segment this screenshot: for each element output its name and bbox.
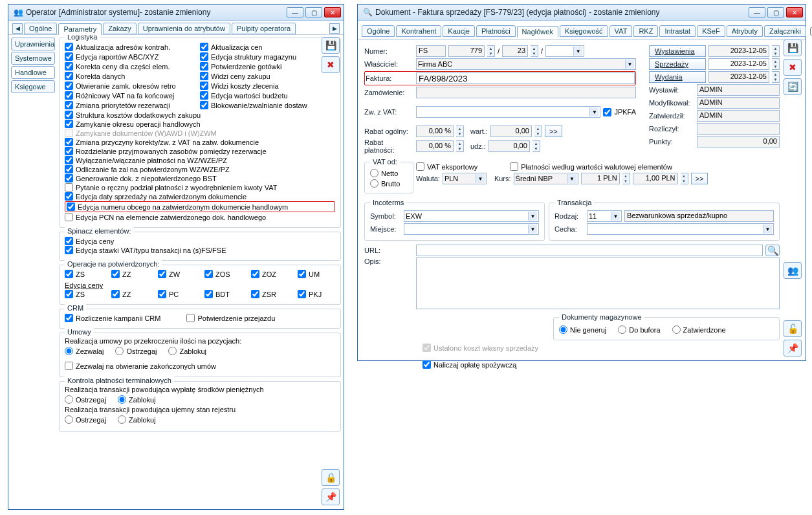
radio-netto[interactable]: Netto [370,169,398,177]
faktura-input[interactable] [416,72,635,84]
contacts-icon[interactable]: 👥 [784,262,802,279]
chk-ops1-zoz[interactable]: ZOZ [251,270,286,278]
chk-logf-10[interactable]: Edycja numeru obcego na zatwierdzonym do… [67,203,288,211]
tab-uprawnienia[interactable]: Uprawnienia do atrybutów [138,23,230,34]
chk-logl-1[interactable]: Edycja raportów ABC/XYZ [65,52,200,61]
chk-logr-6[interactable]: Blokowanie/zwalnianie dostaw [200,101,335,109]
close-button[interactable]: ✕ [324,7,341,17]
tab-parametry[interactable]: Parametry [58,23,102,35]
chk-logr-2[interactable]: Potwierdzenie gotówki [200,62,335,71]
chk-logl-3[interactable]: Korekta danych [65,72,200,80]
tab-ksiegowosc[interactable]: Księgowość [560,25,608,37]
tab-zalaczniki[interactable]: Załączniki [764,25,806,37]
chk-ops1-um[interactable]: UM [298,270,333,278]
tab-scroll-right[interactable]: ▶ [329,23,340,34]
tab-ksef[interactable]: KSeF [697,25,725,37]
chk-logl-6[interactable]: Zmiana priorytetów rezerwacji [65,101,200,109]
cecha-sel[interactable]: ▼ [587,223,774,235]
chk-logf-5[interactable]: Wyłączanie/włączanie płatności na WZ/WZE… [65,156,335,164]
chk-logl-2[interactable]: Korekta ceny dla części elem. [65,62,200,71]
minimize-button[interactable]: — [749,7,765,17]
chk-logf-9[interactable]: Edycja daty sprzedaży na zatwierdzonym d… [65,192,335,201]
chk-logf-11[interactable]: Edycja PCN na elemencie zatwierdzonego d… [65,213,335,221]
wlasciciel-sel[interactable]: Firma ABC▼ [416,58,636,70]
chk-naliczaj[interactable]: Naliczaj opłatę spożywczą [422,360,516,369]
rabat-go-button[interactable]: >> [545,126,562,137]
lock-icon[interactable]: 🔓 [784,320,802,337]
radio-zatwierdzone[interactable]: Zatwierdzone [672,325,726,334]
chk-ops2-pkj[interactable]: PKJ [298,290,333,298]
chk-logr-3[interactable]: Widzi ceny zakupu [200,72,335,80]
chk-crm-1[interactable]: Potwierdzenie przejazdu [186,314,275,322]
chk-logr-1[interactable]: Edycja struktury magazynu [200,52,335,61]
date-wyd-btn[interactable]: Wydania [649,71,706,83]
chk-ops2-zs[interactable]: ZS [65,290,100,298]
chk-ops1-zw[interactable]: ZW [158,270,193,278]
radio-k2-zabl[interactable]: Zablokuj [118,415,156,424]
chk-logf-0[interactable]: Struktura kosztów dodatkowych zakupu [65,111,335,119]
date-wyst-btn[interactable]: Wystawienia [649,45,706,57]
chk-logr-4[interactable]: Widzi koszty zlecenia [200,82,335,90]
numer-sel[interactable]: ▼ [545,45,584,57]
chk-jpkfa[interactable]: JPKFA [603,108,636,116]
maximize-button[interactable]: ▢ [305,7,322,17]
miejsce-sel[interactable]: ▼ [404,223,539,235]
url-input[interactable] [416,245,763,256]
chk-ops1-zos[interactable]: ZOS [204,270,239,278]
tab-zakazy[interactable]: Zakazy [103,23,136,34]
chk-logl-4[interactable]: Otwieranie zamk. okresów retro [65,82,200,90]
pin-icon[interactable]: 📌 [784,340,802,356]
symbol-sel[interactable]: EXW▼ [404,210,539,222]
kurs-sel[interactable]: Średni NBP▼ [514,173,578,184]
chk-platnosci-walut[interactable]: Płatności według wartości walutowej elem… [510,162,672,171]
url-search-icon[interactable]: 🔍 [765,245,780,256]
tab-ogolne[interactable]: Ogólne [24,23,57,34]
rodzaj-sel[interactable]: 11▼ [587,210,622,222]
radio-do-bufora[interactable]: Do bufora [618,325,660,334]
tab-pulpity[interactable]: Pulpity operatora [232,23,296,34]
radio-k1-ostrz[interactable]: Ostrzegaj [65,395,106,404]
chk-ops2-zz[interactable]: ZZ [111,290,146,298]
kurs-go-button[interactable]: >> [691,173,708,184]
chk-vat-eksport[interactable]: VAT eksportowy [416,162,477,171]
lock-icon[interactable]: 🔒 [322,469,340,486]
maximize-button[interactable]: ▢ [767,7,784,17]
chk-logf-6[interactable]: Odliczanie fa zal na potwierdzonym WZ/WZ… [65,165,335,173]
chk-ops2-pc[interactable]: PC [158,290,193,298]
side-tab-uprawnienia[interactable]: Uprawnienia [11,38,55,50]
chk-logl-0[interactable]: Aktualizacja adresów kontrah. [65,43,200,51]
close-button[interactable]: ✕ [786,7,803,17]
minimize-button[interactable]: — [287,7,303,17]
chk-spin-1[interactable]: Edycja stawki VAT/typu transakcji na (s)… [65,246,335,254]
tab-rkz[interactable]: RKZ [633,25,658,37]
tab-ogolne[interactable]: Ogólne [362,25,395,37]
chk-logl-5[interactable]: Różnicowy VAT na fa końcowej [65,91,200,100]
chk-ops1-zs[interactable]: ZS [65,270,100,278]
side-tab-ksiegowe[interactable]: Księgowe [11,80,55,93]
radio-k2-ostrz[interactable]: Ostrzegaj [65,415,106,424]
chk-ops1-zz[interactable]: ZZ [111,270,146,278]
zw-vat-sel[interactable]: ▼ [416,106,600,118]
save-icon[interactable]: 💾 [784,39,802,56]
tab-atrybuty[interactable]: Atrybuty [727,25,763,37]
chk-logf-4[interactable]: Rozdzielanie przyjmowanych zasobów pomię… [65,147,335,155]
chk-ops2-bdt[interactable]: BDT [204,290,239,298]
tab-kontrahent[interactable]: Kontrahent [396,25,441,37]
chk-logr-5[interactable]: Edycja wartości budżetu [200,91,335,100]
date-sprz-btn[interactable]: Sprzedaży [649,58,706,70]
tab-naglowek[interactable]: Nagłówek [517,26,558,38]
cancel-icon[interactable]: ✖ [784,59,802,76]
tab-intrastat[interactable]: Intrastat [659,25,696,37]
radio-zezwalaj[interactable]: Zezwalaj [65,347,104,355]
radio-brutto[interactable]: Brutto [370,179,400,188]
refresh-icon[interactable]: 🔄 [784,78,802,95]
tab-scroll-left[interactable]: ◀ [12,23,23,34]
radio-zablokuj[interactable]: Zablokuj [168,347,206,355]
tab-platnosci[interactable]: Płatności [476,25,516,37]
side-tab-systemowe[interactable]: Systemowe [11,52,55,65]
chk-logf-3[interactable]: Zmiana przyczyny korekty/zw. z VAT na za… [65,138,335,146]
radio-k1-zabl[interactable]: Zablokuj [118,395,156,404]
chk-otwieranie-umow[interactable]: Zezwalaj na otwieranie zakończonych umów [65,362,216,370]
tab-vat[interactable]: VAT [609,25,633,37]
opis-textarea[interactable] [416,258,780,309]
